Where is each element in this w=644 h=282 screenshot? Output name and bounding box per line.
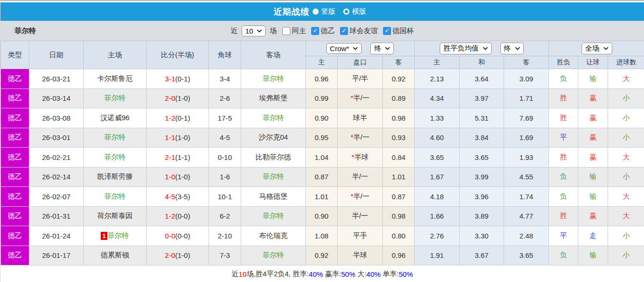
ah-away-odds-cell: 1.01	[383, 167, 415, 187]
home-team-name[interactable]: 汉诺威96	[100, 114, 130, 122]
games-label: 场	[270, 26, 277, 35]
eu-draw-odds-cell: 3.30	[460, 226, 504, 246]
corners-cell: 17-5	[209, 108, 241, 128]
table-row: 德乙26-03-21卡尔斯鲁厄3-1(0-1)3-4菲尔特0.96平/半0.92…	[1, 69, 644, 89]
scope-select[interactable]: 全场	[582, 43, 612, 54]
home-team-name[interactable]: 德累斯顿	[101, 251, 129, 259]
handicap-cell: 平手	[338, 226, 383, 246]
horizontal-layout-label[interactable]: 横版	[352, 7, 366, 16]
bookmaker-time-select[interactable]: 终	[370, 43, 394, 54]
home-team-name[interactable]: 菲尔特	[104, 94, 126, 102]
sub-header-eu-draw: 和	[460, 56, 504, 69]
score-cell: 1-1(1-0)	[147, 128, 209, 148]
halftime-score: (0-1)	[175, 114, 191, 122]
away-team-cell[interactable]: 菲尔特	[241, 246, 306, 265]
home-team-cell[interactable]: 菲尔特	[84, 187, 147, 207]
away-team-cell[interactable]: 布伦瑞克	[241, 226, 306, 246]
result-cell: 负	[549, 246, 578, 265]
home-team-cell[interactable]: 德累斯顿	[84, 246, 147, 265]
eu-home-odds-cell: 4.34	[415, 88, 460, 108]
away-team-name[interactable]: 沙尔克04	[259, 133, 288, 141]
vertical-layout-label[interactable]: 竖版	[322, 7, 336, 16]
home-team-name[interactable]: 菲尔特	[104, 133, 126, 141]
vertical-layout-radio[interactable]	[313, 9, 319, 15]
ah-home-odds-cell: 1.08	[306, 226, 338, 246]
result-cell: 胜	[549, 108, 578, 128]
filter-checkbox-0[interactable]	[282, 27, 290, 35]
ah-home-odds-cell: 1.04	[306, 148, 338, 167]
away-team-cell[interactable]: 比勒菲尔德	[241, 148, 306, 167]
home-team-name[interactable]: 菲尔特	[108, 231, 129, 239]
corners-cell: 7-3	[209, 246, 241, 265]
away-team-cell[interactable]: 菲尔特	[241, 108, 306, 128]
away-team-name[interactable]: 布伦瑞克	[259, 231, 287, 239]
ah-away-odds-cell: 0.98	[383, 206, 415, 226]
europe-time-select[interactable]: 终	[500, 43, 524, 54]
europe-odds-select[interactable]: 胜平负均值	[440, 43, 492, 54]
result-cell: 胜	[549, 206, 578, 226]
away-team-name[interactable]: 马格德堡	[259, 192, 287, 200]
away-team-name[interactable]: 菲尔特	[263, 251, 284, 259]
away-team-cell[interactable]: 沙尔克04	[241, 128, 306, 148]
home-team-cell[interactable]: 荷尔斯泰因	[84, 206, 147, 226]
home-team-cell[interactable]: 菲尔特	[84, 148, 147, 167]
eu-away-odds-cell: 1.71	[504, 88, 549, 108]
chevron-down-icon	[385, 47, 390, 50]
home-team-cell[interactable]: 卡尔斯鲁厄	[84, 69, 147, 89]
goals-result-cell: 小	[608, 88, 644, 108]
bookmaker-select[interactable]: Crow*	[326, 43, 362, 54]
handicap-cell: 半球	[338, 246, 383, 265]
score-cell: 1-2(0-1)	[147, 108, 209, 128]
fulltime-score: 2-0	[165, 251, 175, 259]
scope-select-value: 全场	[585, 44, 600, 53]
away-team-cell[interactable]: 埃弗斯堡	[241, 88, 306, 108]
recent-count-select[interactable]: 10	[242, 26, 266, 36]
ah-home-odds-cell: 0.99	[306, 88, 338, 108]
home-team-cell[interactable]: 菲尔特	[84, 88, 147, 108]
away-team-name[interactable]: 菲尔特	[263, 74, 284, 82]
away-team-cell[interactable]: 菲尔特	[241, 206, 306, 226]
home-team-name[interactable]: 卡尔斯鲁厄	[97, 74, 133, 82]
date-cell: 26-03-14	[29, 88, 84, 108]
home-team-cell[interactable]: 汉诺威96	[84, 108, 147, 128]
summary-footer: 近10场,胜4平2负4, 胜率:40% 赢率:50% 大:40% 单率:50%	[0, 265, 644, 282]
away-team-name[interactable]: 菲尔特	[263, 212, 284, 220]
eu-away-odds-cell: 3.65	[504, 246, 549, 265]
away-team-name[interactable]: 埃弗斯堡	[259, 94, 287, 102]
away-team-name[interactable]: 比勒菲尔德	[256, 153, 291, 161]
home-team-name[interactable]: 菲尔特	[104, 153, 126, 161]
eu-away-odds-cell: 7.69	[504, 108, 549, 128]
table-row: 德乙26-03-08汉诺威961-2(0-1)17-5菲尔特0.90球半0.98…	[1, 108, 644, 128]
home-team-cell[interactable]: 凯泽斯劳滕	[84, 167, 147, 187]
summary-segment: 大:	[356, 270, 366, 279]
home-team-cell[interactable]: 菲尔特	[84, 128, 147, 148]
table-row: 德乙26-02-21菲尔特2-1(1-1)0-10比勒菲尔德1.04*半球0.8…	[1, 148, 644, 167]
sub-header-goals: 进球数	[608, 56, 644, 69]
date-cell: 26-01-31	[29, 206, 84, 226]
filter-checkbox-2[interactable]	[340, 27, 348, 35]
away-team-name[interactable]: 菲尔特	[263, 114, 284, 122]
filter-checkbox-label[interactable]: 德乙	[321, 26, 335, 35]
away-team-cell[interactable]: 马格德堡	[241, 187, 306, 207]
home-team-name[interactable]: 菲尔特	[104, 192, 126, 200]
fulltime-score: 1-0	[165, 173, 175, 181]
filter-checkbox-label[interactable]: 德国杯	[392, 26, 414, 35]
away-team-cell[interactable]: 菲尔特	[241, 69, 306, 89]
home-team-name[interactable]: 凯泽斯劳滕	[97, 172, 133, 180]
home-team-cell[interactable]: 1菲尔特	[84, 226, 147, 246]
horizontal-layout-radio[interactable]	[343, 9, 349, 15]
away-team-cell[interactable]: 菲尔特	[241, 167, 306, 187]
filter-checkbox-label[interactable]: 球会友谊	[349, 26, 378, 35]
filter-checkbox-3[interactable]	[383, 27, 391, 35]
league-cell: 德乙	[1, 167, 29, 187]
home-team-name[interactable]: 荷尔斯泰因	[97, 212, 133, 220]
eu-away-odds-cell: 4.55	[504, 167, 549, 187]
away-team-name[interactable]: 菲尔特	[263, 172, 284, 180]
summary-segment: 40%	[309, 270, 323, 278]
filter-checkbox-label[interactable]: 同主	[292, 26, 306, 35]
fulltime-score: 3-1	[165, 75, 175, 83]
filter-checkbox-1[interactable]	[311, 27, 319, 35]
handicap-result-cell: 输	[578, 187, 608, 207]
league-cell: 德乙	[1, 69, 29, 89]
summary-segment: 50%	[341, 270, 355, 278]
